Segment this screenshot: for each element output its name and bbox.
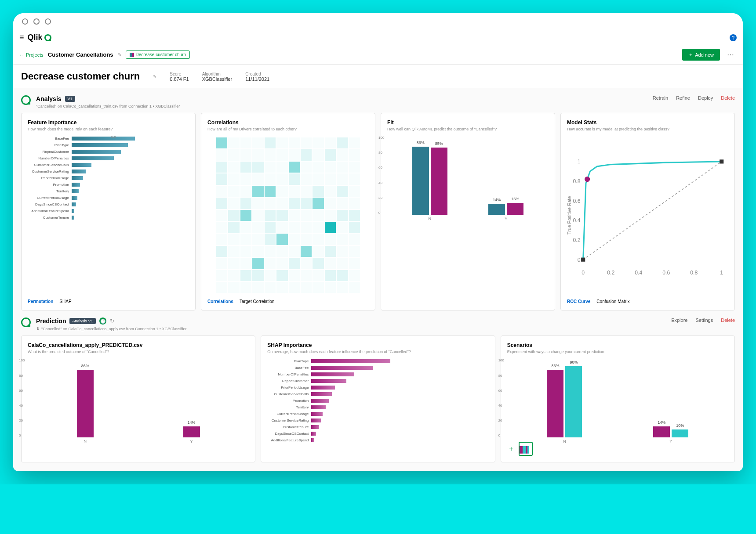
feature-importance-card: Feature Importance How much does the mod… [21,113,196,310]
card-title: Scenarios [507,342,728,348]
roc-chart: 00.20.40.60.8100.20.40.60.81True Positiv… [567,136,728,295]
svg-text:0.8: 0.8 [690,270,698,276]
svg-point-3 [585,177,590,182]
settings-action[interactable]: Settings [695,318,713,323]
delete-analysis-action[interactable]: Delete [721,95,735,101]
meta-created: Created11/11/2021 [245,72,269,82]
svg-line-0 [583,162,722,260]
chip-label: Decrease customer churn [136,52,186,57]
tab-permutation[interactable]: Permutation [28,299,53,304]
logo-icon [44,34,51,41]
analysis-version-badge: V1 [65,96,75,102]
refresh-icon[interactable]: ↻ [110,318,114,324]
predicted-chart: 10080604020086%N14%Y [28,358,249,456]
correlations-card: Correlations How are all of my Drivers c… [201,113,375,310]
help-icon[interactable]: ? [730,34,737,41]
card-subtitle: On average, how much does each feature i… [267,350,488,354]
card-title: SHAP Importance [267,342,488,348]
prediction-version-badge: Analysis V1 [69,318,95,324]
retrain-action[interactable]: Retrain [653,95,668,101]
card-subtitle: How accurate is my model at predicting t… [567,127,728,131]
browser-chrome [13,13,743,30]
back-label: Projects [26,52,44,58]
card-title: Model Stats [567,119,728,126]
add-scenario-button[interactable]: ＋ [507,445,515,453]
svg-text:0.4: 0.4 [635,270,642,276]
card-subtitle: How well can Qlik AutoML predict the out… [387,127,549,131]
svg-text:0: 0 [578,257,581,263]
tab-correlations[interactable]: Correlations [207,299,233,304]
back-link[interactable]: ← Projects [19,52,44,58]
svg-text:0: 0 [582,270,585,276]
card-title: Correlations [207,119,369,126]
experiment-chip[interactable]: Decrease customer churn [126,51,190,59]
page-title: Decrease customer churn [21,71,140,82]
card-subtitle: How are all of my Drivers correlated to … [207,127,369,131]
scenarios-chart: 10080604020086%90%N14%10%Y [507,358,728,437]
explore-action[interactable]: Explore [671,318,687,323]
svg-text:1: 1 [578,159,581,165]
tab-roc[interactable]: ROC Curve [567,299,590,304]
fit-chart: 10080604020086%85%N14%15%Y [387,136,549,304]
card-subtitle: What is the predicted outcome of "Cancel… [28,350,249,354]
svg-text:0.6: 0.6 [573,198,581,204]
delete-prediction-action[interactable]: Delete [721,318,735,323]
prediction-subtitle: ⬇"Cancelled" on CalaCo_cancellations_app… [36,326,666,331]
brand-text: Qlik [28,33,43,42]
tab-target-correlation[interactable]: Target Correlation [240,299,274,304]
add-new-label: Add new [695,52,714,58]
browser-dot [22,18,28,25]
scenario-thumbnail[interactable] [519,442,533,456]
svg-rect-2 [720,159,723,163]
more-menu-icon[interactable]: ⋯ [724,51,737,59]
analysis-title: Analysis [36,95,62,102]
edit-page-title-icon[interactable]: ✎ [153,74,156,79]
download-icon[interactable]: ⬇ [36,326,40,331]
tab-shap[interactable]: SHAP [59,299,71,304]
card-subtitle: How much does the model rely on each fea… [28,127,189,131]
predicted-card: CalaCo_cancellations_apply_PREDICTED.csv… [21,336,255,462]
correlations-heatmap [207,136,369,295]
clock-icon: 🕐 [99,318,106,325]
model-stats-card: Model Stats How accurate is my model at … [560,113,735,310]
logo[interactable]: Qlik [28,33,51,42]
card-subtitle: Experiment with ways to change your curr… [507,350,728,354]
refine-action[interactable]: Refine [676,95,690,101]
svg-text:0.4: 0.4 [573,217,581,224]
axis-tick: 0.5 [111,135,116,139]
browser-dot [45,18,51,25]
browser-dot [33,18,40,25]
svg-text:0.2: 0.2 [607,270,614,276]
svg-text:1: 1 [720,270,723,276]
svg-text:0.6: 0.6 [662,270,670,276]
card-title: CalaCo_cancellations_apply_PREDICTED.csv [28,342,249,348]
svg-text:True Positive Rate: True Positive Rate [567,196,572,235]
svg-text:0.8: 0.8 [573,178,581,184]
menu-icon[interactable]: ≡ [19,33,24,42]
tab-confusion[interactable]: Confusion Matrix [596,299,629,304]
breadcrumb-title: Customer Cancellations [48,51,113,58]
deploy-action[interactable]: Deploy [698,95,713,101]
shap-card: SHAP Importance On average, how much doe… [261,336,495,462]
svg-rect-1 [581,258,585,262]
edit-title-icon[interactable]: ✎ [118,52,121,57]
fit-card: Fit How well can Qlik AutoML predict the… [381,113,555,310]
shap-chart: PlanTypeBaseFeeNumberOfPenaltiesRepeatCu… [267,358,488,456]
prediction-icon [21,318,31,327]
meta-score: Score0.874 F1 [170,72,189,82]
analysis-subtitle: "Cancelled" on CalaCo_cancellations_trai… [36,104,647,108]
chip-icon [130,53,134,57]
feature-importance-chart: 0.5 BaseFeePlanTypeRepeatCustomerNumberO… [28,136,189,295]
prediction-title: Prediction [36,318,66,325]
add-new-button[interactable]: ＋ Add new [682,49,720,61]
svg-text:0.2: 0.2 [573,237,581,243]
meta-algo: AlgorithmXGBClassifier [202,72,232,82]
card-title: Feature Importance [28,119,189,126]
scenarios-card: Scenarios Experiment with ways to change… [501,336,735,462]
analysis-icon [21,95,31,105]
card-title: Fit [387,119,549,126]
